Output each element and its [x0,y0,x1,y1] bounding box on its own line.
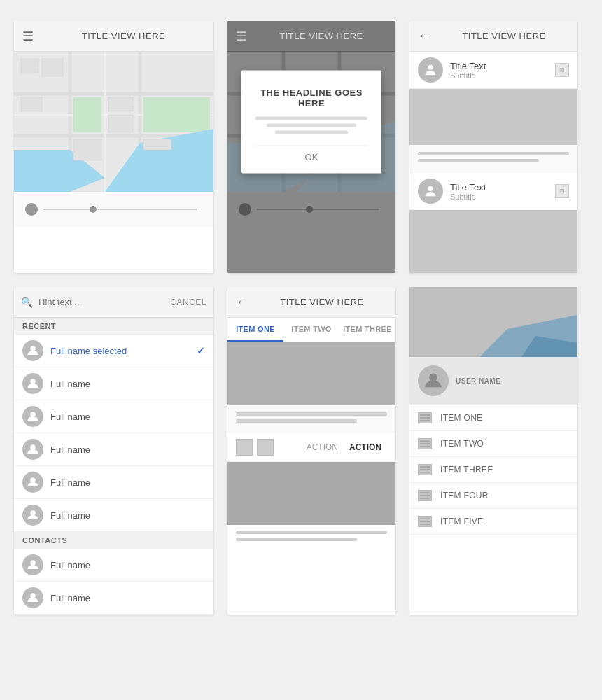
action-img-1 [236,439,253,456]
svg-point-38 [429,374,438,382]
recent-name-4: Full name [50,477,205,488]
cancel-button[interactable]: CANCEL [170,298,206,307]
contacts-list: Full name Full name [14,549,214,615]
card-sidebar: USER NAME ITEM ONE ITEM TWO ITEM THREE I… [410,287,578,615]
recent-name-3: Full name [50,444,205,455]
tab-text-line-2 [236,419,357,423]
svg-point-32 [30,510,36,516]
contact-name-0: Full name [50,560,205,570]
svg-rect-8 [144,97,210,132]
recent-item-1[interactable]: Full name [14,368,214,400]
topbar-map2: ☰ TITLE VIEW HERE [227,21,396,52]
svg-rect-46 [420,469,430,470]
svg-rect-15 [108,115,133,132]
recent-item-3[interactable]: Full name [14,433,214,466]
action-light-button[interactable]: ACTION [301,440,344,455]
svg-rect-7 [74,97,102,132]
slider-1[interactable] [14,192,214,227]
list-subtitle-1: Subtitle [450,71,555,80]
recent-item-5[interactable]: Full name [14,499,214,532]
search-input[interactable] [38,297,170,307]
svg-point-34 [30,593,36,598]
svg-point-28 [30,379,36,384]
recent-item-0[interactable]: Full name selected ✓ [14,335,214,368]
tab-item-two[interactable]: ITEM TWO [284,318,340,342]
tab-content-image-2 [227,462,396,525]
menu-icon[interactable]: ☰ [22,29,34,44]
contact-item-0[interactable]: Full name [14,549,214,582]
svg-point-25 [428,65,433,70]
card-search: 🔍 CANCEL RECENT Full name selected ✓ Ful… [14,287,214,615]
card-map-slider: ☰ TITLE VIEW HERE [14,21,214,273]
text-lines-1 [410,145,578,173]
menu-item-label-3: ITEM FOUR [440,491,489,500]
tab-text-lines [227,405,396,433]
svg-rect-16 [74,139,102,160]
list-subtitle-2: Subtitle [450,192,555,201]
topbar-title-map1: TITLE VIEW HERE [42,31,205,41]
recent-item-2[interactable]: Full name [14,400,214,433]
svg-rect-40 [420,417,430,419]
card-list-view: ← TITLE VIEW HERE Title Text Subtitle ⊡ [410,21,578,273]
menu-item-0[interactable]: ITEM ONE [410,405,578,431]
recent-list: Full name selected ✓ Full name Full name… [14,335,214,532]
back-icon-tabs[interactable]: ← [236,295,248,309]
slider-track[interactable] [43,209,197,210]
list-text-2: Title Text Subtitle [450,182,555,201]
recent-avatar-5 [22,505,43,526]
svg-rect-51 [420,518,430,519]
recent-avatar-0 [22,340,43,361]
svg-point-30 [30,444,36,450]
topbar-title-tabs: TITLE VIEW HERE [257,297,387,307]
menu-item-2[interactable]: ITEM THREE [410,457,578,483]
dialog-line-3 [275,131,348,134]
tabs-bar: ITEM ONEITEM TWOITEM THREE [227,318,396,342]
check-mark-0: ✓ [197,345,205,356]
map-area-1 [14,52,214,192]
menu-item-1[interactable]: ITEM TWO [410,431,578,457]
svg-rect-45 [420,466,430,468]
menu-item-icon-4 [418,516,432,527]
recent-item-4[interactable]: Full name [14,466,214,499]
topbar-tabs: ← TITLE VIEW HERE [227,287,396,318]
list-title-2: Title Text [450,182,555,192]
menu-item-label-4: ITEM FIVE [440,517,483,526]
avatar-2 [418,178,443,204]
svg-rect-12 [42,59,63,76]
menu-item-icon-3 [418,490,432,501]
tab-text-line-1 [236,412,387,416]
topbar-map1: ☰ TITLE VIEW HERE [14,21,214,52]
action-dark-button[interactable]: ACTION [344,440,387,455]
contact-avatar-0 [22,554,43,575]
menu-icon-2[interactable]: ☰ [236,29,247,44]
tab-item-three[interactable]: ITEM THREE [340,318,396,342]
content-image-2 [410,210,578,273]
back-icon[interactable]: ← [418,29,430,43]
list-image-icon-2: ⊡ [555,184,569,198]
list-item-1[interactable]: Title Text Subtitle ⊡ [410,52,578,89]
svg-rect-47 [420,472,430,473]
menu-item-label-0: ITEM ONE [440,413,482,423]
contact-item-1[interactable]: Full name [14,582,214,615]
tab-item-one[interactable]: ITEM ONE [227,318,284,342]
recent-avatar-3 [22,439,43,460]
slider-dot [25,203,38,216]
menu-item-3[interactable]: ITEM FOUR [410,483,578,509]
menu-item-4[interactable]: ITEM FIVE [410,509,578,535]
list-item-2[interactable]: Title Text Subtitle ⊡ [410,173,578,210]
contact-name-1: Full name [50,593,205,603]
svg-rect-44 [420,446,430,447]
svg-rect-11 [21,59,38,73]
svg-rect-41 [420,420,430,421]
svg-rect-53 [420,524,430,525]
search-bar: 🔍 CANCEL [14,287,214,318]
recent-name-1: Full name [50,379,205,389]
slider-track-2[interactable] [257,209,379,210]
dialog-ok-button[interactable]: OK [255,146,368,162]
svg-rect-43 [420,443,430,444]
recent-avatar-1 [22,373,43,394]
svg-rect-42 [420,440,430,442]
username-label: USER NAME [456,377,501,385]
slider-2[interactable] [227,192,396,227]
topbar-title-list: TITLE VIEW HERE [439,31,569,41]
